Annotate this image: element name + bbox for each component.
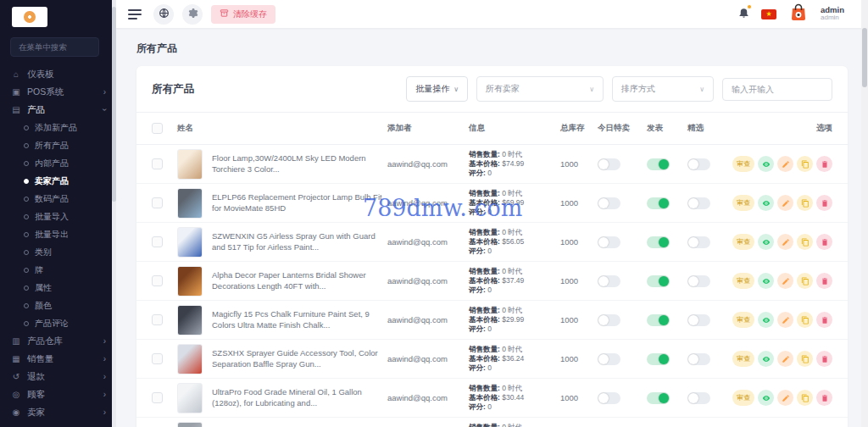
duplicate-button[interactable] [797, 156, 813, 172]
edit-button[interactable] [777, 312, 793, 328]
today-deal-toggle[interactable] [598, 275, 620, 287]
language-flag-icon[interactable]: ★ [761, 9, 776, 19]
table-search-input[interactable] [722, 78, 832, 101]
row-checkbox[interactable] [152, 275, 163, 286]
publish-toggle[interactable] [647, 392, 670, 404]
sidebar-item[interactable]: 所有产品 [0, 136, 116, 154]
view-button[interactable] [758, 195, 774, 211]
view-button[interactable] [758, 156, 774, 172]
featured-toggle[interactable] [687, 197, 710, 209]
seller-filter-select[interactable]: 所有卖家∨ [476, 76, 604, 102]
sidebar-item[interactable]: ↺退款› [0, 368, 116, 385]
sidebar-item[interactable]: 数码产品 [0, 190, 116, 208]
today-deal-toggle[interactable] [598, 236, 620, 248]
view-button[interactable] [758, 351, 774, 367]
publish-toggle[interactable] [647, 236, 670, 248]
edit-button[interactable] [777, 351, 793, 367]
app-logo[interactable] [12, 7, 47, 27]
sidebar-item[interactable]: 属性 [0, 279, 116, 297]
today-deal-toggle[interactable] [598, 158, 620, 170]
duplicate-button[interactable] [797, 312, 813, 328]
today-deal-toggle[interactable] [598, 197, 620, 209]
review-button[interactable]: 审查 [732, 234, 754, 250]
delete-button[interactable] [816, 234, 832, 250]
sidebar-item[interactable]: 类别 [0, 243, 116, 261]
review-button[interactable]: 审查 [732, 351, 754, 367]
featured-toggle[interactable] [687, 236, 710, 248]
today-deal-toggle[interactable] [598, 392, 620, 404]
review-button[interactable]: 审查 [732, 195, 754, 211]
today-deal-toggle[interactable] [598, 353, 620, 365]
today-deal-toggle[interactable] [598, 314, 620, 326]
sidebar-item[interactable]: ▤产品› [0, 101, 116, 119]
view-button[interactable] [758, 234, 774, 250]
sidebar-item[interactable]: ▥产品仓库› [0, 332, 116, 350]
publish-toggle[interactable] [647, 353, 670, 365]
review-button[interactable]: 审查 [732, 156, 754, 172]
row-checkbox[interactable] [152, 353, 163, 364]
sidebar-item[interactable]: 批量导入 [0, 208, 116, 225]
notifications-button[interactable] [737, 6, 750, 22]
featured-toggle[interactable] [687, 275, 710, 287]
row-checkbox[interactable] [152, 392, 163, 403]
delete-button[interactable] [816, 273, 832, 289]
duplicate-button[interactable] [797, 195, 813, 211]
sidebar-item[interactable]: 牌 [0, 261, 116, 279]
sidebar-item[interactable]: 批量导出 [0, 225, 116, 243]
publish-toggle[interactable] [647, 197, 670, 209]
row-checkbox[interactable] [152, 236, 163, 247]
review-button[interactable]: 审查 [732, 273, 754, 289]
row-checkbox[interactable] [152, 158, 163, 169]
duplicate-button[interactable] [797, 351, 813, 367]
featured-toggle[interactable] [687, 392, 710, 404]
sidebar-item[interactable]: ⌂仪表板 [0, 65, 116, 83]
publish-toggle[interactable] [647, 275, 670, 287]
edit-button[interactable] [777, 273, 793, 289]
row-checkbox[interactable] [152, 314, 163, 325]
sidebar-scrollbar[interactable] [112, 0, 116, 427]
sidebar-item[interactable]: 产品评论 [0, 314, 116, 332]
featured-toggle[interactable] [687, 353, 710, 365]
sidebar-item[interactable]: 内部产品 [0, 154, 116, 172]
duplicate-button[interactable] [797, 273, 813, 289]
sidebar-search-input[interactable] [10, 37, 99, 57]
settings-button[interactable] [182, 4, 203, 25]
publish-toggle[interactable] [647, 158, 670, 170]
featured-toggle[interactable] [687, 158, 710, 170]
menu-toggle-icon[interactable] [128, 7, 142, 22]
view-button[interactable] [758, 390, 774, 406]
delete-button[interactable] [816, 156, 832, 172]
clear-cache-button[interactable]: 清除缓存 [211, 5, 275, 24]
avatar[interactable] [787, 3, 810, 25]
delete-button[interactable] [816, 195, 832, 211]
page-scrollbar[interactable] [861, 0, 868, 427]
sidebar-item[interactable]: ◉卖家› [0, 403, 116, 421]
language-globe-button[interactable] [153, 4, 174, 25]
featured-toggle[interactable] [687, 314, 710, 326]
row-checkbox[interactable] [152, 197, 163, 208]
user-menu[interactable]: admin admin [821, 6, 844, 22]
review-button[interactable]: 审查 [732, 390, 754, 406]
delete-button[interactable] [816, 351, 832, 367]
edit-button[interactable] [777, 234, 793, 250]
duplicate-button[interactable] [797, 234, 813, 250]
sidebar-item[interactable]: 颜色 [0, 297, 116, 314]
delete-button[interactable] [816, 390, 832, 406]
sidebar-item[interactable]: 添加新产品 [0, 119, 116, 136]
view-button[interactable] [758, 312, 774, 328]
edit-button[interactable] [777, 156, 793, 172]
select-all-checkbox[interactable] [152, 123, 163, 134]
review-button[interactable]: 审查 [732, 312, 754, 328]
view-button[interactable] [758, 273, 774, 289]
bulk-action-dropdown[interactable]: 批量操作∨ [406, 76, 468, 102]
sidebar-item[interactable]: ◎顾客› [0, 385, 116, 403]
sort-select[interactable]: 排序方式∨ [612, 76, 714, 102]
delete-button[interactable] [816, 312, 832, 328]
sidebar-item[interactable]: 卖家产品 [0, 172, 116, 190]
edit-button[interactable] [777, 390, 793, 406]
sidebar-item[interactable]: ▣POS系统› [0, 83, 116, 101]
duplicate-button[interactable] [797, 390, 813, 406]
publish-toggle[interactable] [647, 314, 670, 326]
edit-button[interactable] [777, 195, 793, 211]
sidebar-item[interactable]: ▦销售量› [0, 350, 116, 368]
